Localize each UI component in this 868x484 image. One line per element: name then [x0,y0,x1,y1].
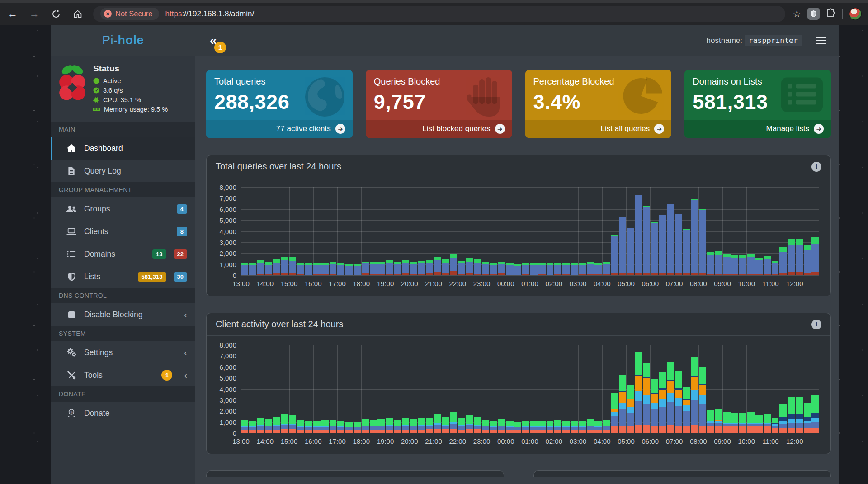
chart-bar[interactable] [418,187,425,275]
chart-bar[interactable] [377,187,385,275]
chart-bar[interactable] [273,187,280,275]
chart-bar[interactable] [442,345,449,433]
chart-bar[interactable] [723,345,731,433]
chart-bar[interactable] [530,345,538,433]
chart-bar[interactable] [410,187,417,275]
chart-bar[interactable] [547,187,554,275]
chart-bar[interactable] [619,187,626,275]
chart-bar[interactable] [482,187,489,275]
chart-bar[interactable] [474,345,481,433]
chart-bar[interactable] [498,345,505,433]
sidebar-collapse-button[interactable]: « 1 [210,34,217,47]
chart-bar[interactable] [466,187,473,275]
chart-bar[interactable] [772,187,779,275]
chart-bar[interactable] [458,345,465,433]
chart-bar[interactable] [659,345,666,433]
extensions-puzzle-icon[interactable] [826,8,836,20]
chart-plot[interactable] [241,187,819,275]
chart-bar[interactable] [394,345,401,433]
chart-bar[interactable] [514,345,522,433]
chart-bar[interactable] [755,187,763,275]
sidebar-item-dashboard[interactable]: Dashboard [51,137,195,160]
chart-bar[interactable] [386,187,393,275]
chart-bar[interactable] [273,345,280,433]
chart-bar[interactable] [474,187,481,275]
chart-bar[interactable] [257,345,264,433]
sidebar-item-settings[interactable]: Settings ‹ [51,341,195,364]
chart-bar[interactable] [297,187,304,275]
chart-bar[interactable] [699,345,707,433]
list-all-queries-link[interactable]: List all queries ➜ [525,120,672,138]
back-button[interactable]: ← [4,5,22,23]
chart-bar[interactable] [667,345,674,433]
chart-bar[interactable] [410,345,417,433]
chart-bar[interactable] [594,187,602,275]
chart-bar[interactable] [265,187,272,275]
chart-bar[interactable] [362,345,369,433]
chart-bar[interactable] [627,345,634,433]
active-clients-link[interactable]: 77 active clients ➜ [206,120,353,138]
chart-bar[interactable] [522,187,529,275]
chart-bar[interactable] [804,345,811,433]
chart-bar[interactable] [490,345,497,433]
chart-bar[interactable] [337,187,344,275]
sidebar-item-disable-blocking[interactable]: Disable Blocking ‹ [51,303,195,326]
chart-bar[interactable] [699,187,707,275]
chart-bar[interactable] [547,345,554,433]
chart-bar[interactable] [715,345,722,433]
chart-bar[interactable] [667,187,674,275]
chart-bar[interactable] [755,345,763,433]
chart-bar[interactable] [811,187,819,275]
chart-bar[interactable] [691,345,698,433]
chart-bar[interactable] [739,187,746,275]
chart-bar[interactable] [402,187,409,275]
total-queries-chart[interactable]: 8,0007,0006,0005,0004,0003,0002,0001,000… [207,178,830,296]
chart-bar[interactable] [764,345,771,433]
chart-bar[interactable] [603,187,610,275]
chart-bar[interactable] [506,187,514,275]
chart-bar[interactable] [731,345,739,433]
chart-bar[interactable] [289,345,297,433]
chart-bar[interactable] [490,187,497,275]
chart-bar[interactable] [305,187,312,275]
chart-bar[interactable] [747,187,755,275]
chart-bar[interactable] [788,187,795,275]
chart-bar[interactable] [522,345,529,433]
chart-bar[interactable] [579,345,586,433]
info-icon[interactable]: i [811,320,821,329]
sidebar-item-domains[interactable]: Domains 13 22 [51,243,195,265]
chart-bar[interactable] [554,345,561,433]
chart-plot[interactable] [241,345,819,433]
chart-bar[interactable] [538,187,546,275]
chart-bar[interactable] [619,345,626,433]
chart-bar[interactable] [249,345,256,433]
chart-bar[interactable] [402,345,409,433]
client-activity-chart[interactable]: 8,0007,0006,0005,0004,0003,0002,0001,000… [207,336,830,454]
chart-bar[interactable] [514,187,522,275]
sidebar-item-lists[interactable]: Lists 581,313 30 [51,265,195,288]
profile-avatar[interactable] [849,8,862,20]
chart-bar[interactable] [739,345,746,433]
address-bar[interactable]: ✕ Not Secure https://192.168.1.8/admin/ [93,6,785,22]
chart-bar[interactable] [579,187,586,275]
chart-bar[interactable] [659,187,666,275]
chart-bar[interactable] [362,187,369,275]
chart-bar[interactable] [345,345,353,433]
chart-bar[interactable] [683,345,690,433]
chart-bar[interactable] [498,187,505,275]
chart-bar[interactable] [715,187,722,275]
list-blocked-queries-link[interactable]: List blocked queries ➜ [366,120,512,138]
chart-bar[interactable] [313,345,321,433]
chart-bar[interactable] [241,345,248,433]
chart-bar[interactable] [635,345,642,433]
chart-bar[interactable] [394,187,401,275]
shield-extension-icon[interactable] [807,8,820,20]
chart-bar[interactable] [289,187,297,275]
chart-bar[interactable] [675,345,682,433]
chart-bar[interactable] [747,345,755,433]
chart-bar[interactable] [764,187,771,275]
chart-bar[interactable] [305,345,312,433]
chart-bar[interactable] [458,187,465,275]
chart-bar[interactable] [594,345,602,433]
chart-bar[interactable] [538,345,546,433]
